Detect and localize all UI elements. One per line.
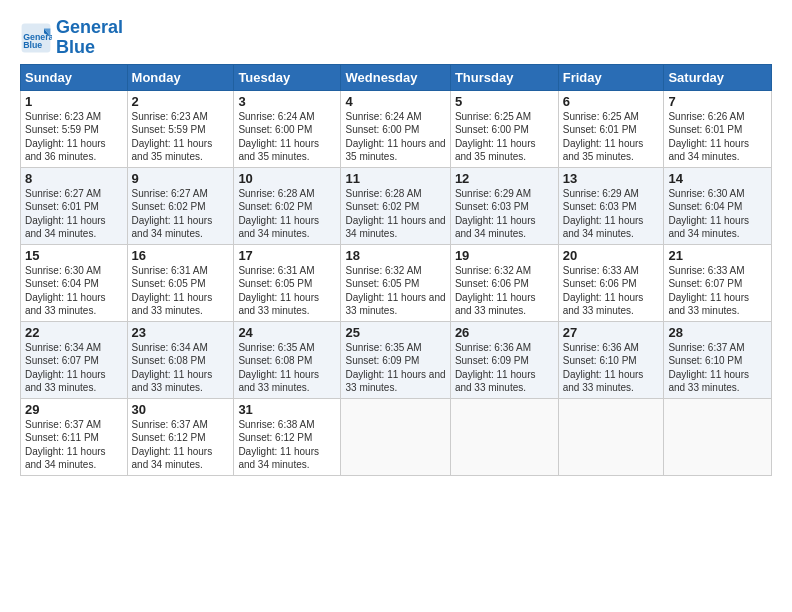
day-info: Sunrise: 6:37 AM Sunset: 6:11 PM Dayligh… <box>25 418 123 472</box>
day-number: 7 <box>668 94 767 109</box>
day-of-week-header: Tuesday <box>234 64 341 90</box>
calendar-day-cell: 17 Sunrise: 6:31 AM Sunset: 6:05 PM Dayl… <box>234 244 341 321</box>
day-number: 3 <box>238 94 336 109</box>
calendar-day-cell: 8 Sunrise: 6:27 AM Sunset: 6:01 PM Dayli… <box>21 167 128 244</box>
calendar-day-cell: 13 Sunrise: 6:29 AM Sunset: 6:03 PM Dayl… <box>558 167 664 244</box>
calendar-day-cell: 7 Sunrise: 6:26 AM Sunset: 6:01 PM Dayli… <box>664 90 772 167</box>
day-info: Sunrise: 6:29 AM Sunset: 6:03 PM Dayligh… <box>455 187 554 241</box>
calendar-day-cell: 11 Sunrise: 6:28 AM Sunset: 6:02 PM Dayl… <box>341 167 450 244</box>
calendar-week-row: 1 Sunrise: 6:23 AM Sunset: 5:59 PM Dayli… <box>21 90 772 167</box>
calendar-day-cell: 21 Sunrise: 6:33 AM Sunset: 6:07 PM Dayl… <box>664 244 772 321</box>
day-info: Sunrise: 6:37 AM Sunset: 6:12 PM Dayligh… <box>132 418 230 472</box>
calendar-day-cell: 29 Sunrise: 6:37 AM Sunset: 6:11 PM Dayl… <box>21 398 128 475</box>
day-info: Sunrise: 6:32 AM Sunset: 6:05 PM Dayligh… <box>345 264 445 318</box>
day-info: Sunrise: 6:25 AM Sunset: 6:00 PM Dayligh… <box>455 110 554 164</box>
day-info: Sunrise: 6:37 AM Sunset: 6:10 PM Dayligh… <box>668 341 767 395</box>
day-info: Sunrise: 6:26 AM Sunset: 6:01 PM Dayligh… <box>668 110 767 164</box>
calendar-day-cell: 20 Sunrise: 6:33 AM Sunset: 6:06 PM Dayl… <box>558 244 664 321</box>
logo: General Blue GeneralBlue <box>20 18 123 58</box>
day-info: Sunrise: 6:30 AM Sunset: 6:04 PM Dayligh… <box>25 264 123 318</box>
calendar-day-cell: 19 Sunrise: 6:32 AM Sunset: 6:06 PM Dayl… <box>450 244 558 321</box>
calendar-day-cell: 9 Sunrise: 6:27 AM Sunset: 6:02 PM Dayli… <box>127 167 234 244</box>
day-number: 8 <box>25 171 123 186</box>
day-number: 25 <box>345 325 445 340</box>
day-of-week-header: Thursday <box>450 64 558 90</box>
calendar-day-cell: 14 Sunrise: 6:30 AM Sunset: 6:04 PM Dayl… <box>664 167 772 244</box>
day-info: Sunrise: 6:33 AM Sunset: 6:06 PM Dayligh… <box>563 264 660 318</box>
day-number: 28 <box>668 325 767 340</box>
calendar-day-cell: 24 Sunrise: 6:35 AM Sunset: 6:08 PM Dayl… <box>234 321 341 398</box>
day-info: Sunrise: 6:31 AM Sunset: 6:05 PM Dayligh… <box>238 264 336 318</box>
calendar-day-cell: 28 Sunrise: 6:37 AM Sunset: 6:10 PM Dayl… <box>664 321 772 398</box>
day-number: 10 <box>238 171 336 186</box>
day-info: Sunrise: 6:25 AM Sunset: 6:01 PM Dayligh… <box>563 110 660 164</box>
calendar-week-row: 15 Sunrise: 6:30 AM Sunset: 6:04 PM Dayl… <box>21 244 772 321</box>
day-info: Sunrise: 6:32 AM Sunset: 6:06 PM Dayligh… <box>455 264 554 318</box>
day-info: Sunrise: 6:34 AM Sunset: 6:08 PM Dayligh… <box>132 341 230 395</box>
day-info: Sunrise: 6:27 AM Sunset: 6:01 PM Dayligh… <box>25 187 123 241</box>
day-info: Sunrise: 6:31 AM Sunset: 6:05 PM Dayligh… <box>132 264 230 318</box>
day-number: 18 <box>345 248 445 263</box>
calendar-day-cell <box>664 398 772 475</box>
calendar-week-row: 8 Sunrise: 6:27 AM Sunset: 6:01 PM Dayli… <box>21 167 772 244</box>
calendar-day-cell: 31 Sunrise: 6:38 AM Sunset: 6:12 PM Dayl… <box>234 398 341 475</box>
calendar-day-cell: 25 Sunrise: 6:35 AM Sunset: 6:09 PM Dayl… <box>341 321 450 398</box>
day-info: Sunrise: 6:24 AM Sunset: 6:00 PM Dayligh… <box>345 110 445 164</box>
day-info: Sunrise: 6:36 AM Sunset: 6:10 PM Dayligh… <box>563 341 660 395</box>
day-info: Sunrise: 6:23 AM Sunset: 5:59 PM Dayligh… <box>25 110 123 164</box>
day-number: 31 <box>238 402 336 417</box>
calendar-day-cell: 6 Sunrise: 6:25 AM Sunset: 6:01 PM Dayli… <box>558 90 664 167</box>
day-number: 16 <box>132 248 230 263</box>
calendar-day-cell: 22 Sunrise: 6:34 AM Sunset: 6:07 PM Dayl… <box>21 321 128 398</box>
day-info: Sunrise: 6:33 AM Sunset: 6:07 PM Dayligh… <box>668 264 767 318</box>
calendar-day-cell: 4 Sunrise: 6:24 AM Sunset: 6:00 PM Dayli… <box>341 90 450 167</box>
day-number: 4 <box>345 94 445 109</box>
day-info: Sunrise: 6:27 AM Sunset: 6:02 PM Dayligh… <box>132 187 230 241</box>
day-number: 13 <box>563 171 660 186</box>
day-info: Sunrise: 6:35 AM Sunset: 6:09 PM Dayligh… <box>345 341 445 395</box>
calendar-day-cell: 5 Sunrise: 6:25 AM Sunset: 6:00 PM Dayli… <box>450 90 558 167</box>
day-number: 23 <box>132 325 230 340</box>
day-number: 20 <box>563 248 660 263</box>
calendar-day-cell: 23 Sunrise: 6:34 AM Sunset: 6:08 PM Dayl… <box>127 321 234 398</box>
day-of-week-header: Sunday <box>21 64 128 90</box>
svg-text:Blue: Blue <box>23 40 42 50</box>
day-number: 2 <box>132 94 230 109</box>
day-number: 26 <box>455 325 554 340</box>
calendar-day-cell: 1 Sunrise: 6:23 AM Sunset: 5:59 PM Dayli… <box>21 90 128 167</box>
calendar-day-cell: 30 Sunrise: 6:37 AM Sunset: 6:12 PM Dayl… <box>127 398 234 475</box>
day-info: Sunrise: 6:24 AM Sunset: 6:00 PM Dayligh… <box>238 110 336 164</box>
logo-text: GeneralBlue <box>56 18 123 58</box>
calendar-week-row: 22 Sunrise: 6:34 AM Sunset: 6:07 PM Dayl… <box>21 321 772 398</box>
day-info: Sunrise: 6:29 AM Sunset: 6:03 PM Dayligh… <box>563 187 660 241</box>
header: General Blue GeneralBlue <box>20 18 772 58</box>
day-number: 29 <box>25 402 123 417</box>
day-info: Sunrise: 6:36 AM Sunset: 6:09 PM Dayligh… <box>455 341 554 395</box>
day-info: Sunrise: 6:38 AM Sunset: 6:12 PM Dayligh… <box>238 418 336 472</box>
day-number: 6 <box>563 94 660 109</box>
day-info: Sunrise: 6:23 AM Sunset: 5:59 PM Dayligh… <box>132 110 230 164</box>
day-of-week-header: Monday <box>127 64 234 90</box>
day-info: Sunrise: 6:34 AM Sunset: 6:07 PM Dayligh… <box>25 341 123 395</box>
day-of-week-header: Friday <box>558 64 664 90</box>
day-info: Sunrise: 6:28 AM Sunset: 6:02 PM Dayligh… <box>345 187 445 241</box>
day-of-week-header: Saturday <box>664 64 772 90</box>
day-number: 14 <box>668 171 767 186</box>
day-number: 24 <box>238 325 336 340</box>
calendar-week-row: 29 Sunrise: 6:37 AM Sunset: 6:11 PM Dayl… <box>21 398 772 475</box>
day-of-week-header: Wednesday <box>341 64 450 90</box>
calendar-day-cell: 12 Sunrise: 6:29 AM Sunset: 6:03 PM Dayl… <box>450 167 558 244</box>
calendar-day-cell: 27 Sunrise: 6:36 AM Sunset: 6:10 PM Dayl… <box>558 321 664 398</box>
day-number: 9 <box>132 171 230 186</box>
day-number: 27 <box>563 325 660 340</box>
day-info: Sunrise: 6:28 AM Sunset: 6:02 PM Dayligh… <box>238 187 336 241</box>
day-number: 11 <box>345 171 445 186</box>
calendar-day-cell: 2 Sunrise: 6:23 AM Sunset: 5:59 PM Dayli… <box>127 90 234 167</box>
calendar-table: SundayMondayTuesdayWednesdayThursdayFrid… <box>20 64 772 476</box>
calendar-day-cell <box>341 398 450 475</box>
calendar-day-cell: 10 Sunrise: 6:28 AM Sunset: 6:02 PM Dayl… <box>234 167 341 244</box>
calendar-day-cell: 3 Sunrise: 6:24 AM Sunset: 6:00 PM Dayli… <box>234 90 341 167</box>
day-info: Sunrise: 6:35 AM Sunset: 6:08 PM Dayligh… <box>238 341 336 395</box>
logo-icon: General Blue <box>20 22 52 54</box>
day-number: 12 <box>455 171 554 186</box>
